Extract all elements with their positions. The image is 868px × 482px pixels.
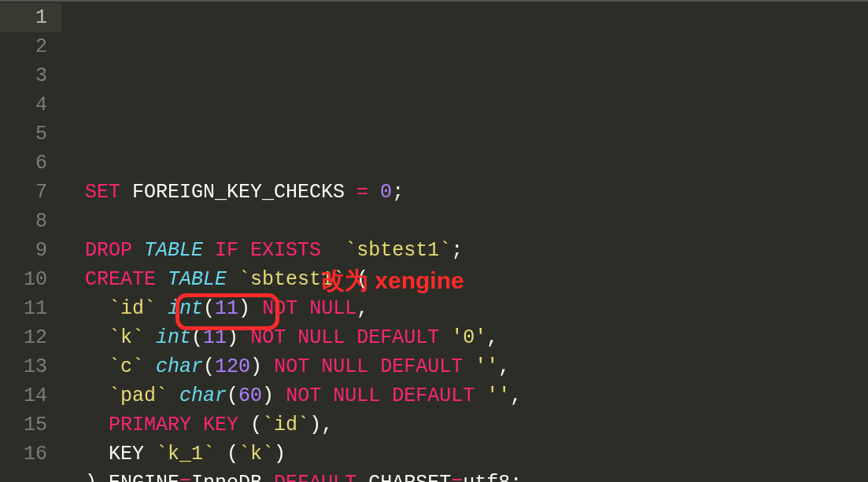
code-token: ( xyxy=(191,326,203,349)
line-number: 14 xyxy=(0,381,61,410)
code-token: `pad` xyxy=(109,384,168,407)
code-editor: 12345678910111213141516 改为 xengine SET F… xyxy=(0,0,868,482)
code-token: , xyxy=(510,384,522,407)
code-token: `id` xyxy=(262,414,309,436)
code-token: `c` xyxy=(109,355,144,378)
code-token: int xyxy=(168,297,203,320)
code-line[interactable]: `k` int(11) NOT NULL DEFAULT '0', xyxy=(85,323,868,352)
line-number: 5 xyxy=(0,120,61,149)
code-token: 11 xyxy=(215,297,238,320)
code-token xyxy=(144,326,156,349)
line-number: 4 xyxy=(0,90,61,120)
code-token: NOT xyxy=(262,297,297,320)
code-token xyxy=(345,326,356,349)
line-number: 12 xyxy=(0,323,61,352)
code-token: CREATE xyxy=(85,268,156,291)
code-token: NULL xyxy=(309,297,356,320)
code-token: ; xyxy=(510,472,522,482)
line-number: 8 xyxy=(0,207,61,236)
code-token xyxy=(203,239,215,262)
code-token: `id` xyxy=(109,297,156,320)
code-token: `k` xyxy=(109,326,144,349)
code-line[interactable]: DROP TABLE IF EXISTS `sbtest1`; xyxy=(85,236,868,265)
code-token: PRIMARY xyxy=(109,414,191,436)
code-token: '0' xyxy=(451,326,486,349)
code-token: ( xyxy=(227,443,238,465)
code-token: int xyxy=(156,326,191,349)
code-line[interactable]: CREATE TABLE `sbtest1` ( xyxy=(85,265,868,294)
code-token: SET xyxy=(85,181,120,204)
code-token xyxy=(168,384,179,407)
code-token xyxy=(144,355,156,378)
code-token: `sbtest1` xyxy=(345,239,451,262)
code-token: NULL xyxy=(297,326,345,349)
code-token: ) xyxy=(85,472,97,482)
code-token: char xyxy=(156,355,203,378)
code-token xyxy=(321,384,333,407)
code-token xyxy=(191,414,203,436)
code-token xyxy=(321,239,345,262)
code-token xyxy=(439,326,451,349)
code-token: NULL xyxy=(333,384,380,407)
code-token: `k_1` xyxy=(156,443,215,465)
code-token: ; xyxy=(451,239,463,262)
code-token: DEFAULT xyxy=(356,326,439,349)
code-token: 120 xyxy=(215,355,250,378)
code-token xyxy=(238,326,250,349)
line-number: 11 xyxy=(0,294,61,323)
code-line[interactable]: ) ENGINE=InnoDB DEFAULT CHARSET=utf8; xyxy=(85,469,868,482)
code-token: NULL xyxy=(321,355,368,378)
code-token xyxy=(132,239,144,262)
code-token: ( xyxy=(227,384,238,407)
code-token xyxy=(85,326,109,349)
code-token xyxy=(345,268,356,291)
code-token: `sbtest1` xyxy=(238,268,345,291)
code-token: , xyxy=(498,355,510,378)
line-number: 2 xyxy=(0,32,61,61)
code-token xyxy=(85,384,109,407)
code-token xyxy=(274,384,286,407)
code-line[interactable]: `id` int(11) NOT NULL, xyxy=(85,294,868,323)
code-token: 60 xyxy=(238,384,262,407)
code-token: = xyxy=(179,472,191,482)
code-token xyxy=(238,414,250,436)
code-token: EXISTS xyxy=(250,239,321,262)
line-number: 9 xyxy=(0,236,61,265)
code-line[interactable]: SET FOREIGN_KEY_CHECKS = 0; xyxy=(85,178,868,207)
line-number: 1 xyxy=(0,3,61,32)
code-token: '' xyxy=(486,384,510,407)
code-token xyxy=(238,239,250,262)
code-token: TABLE xyxy=(144,239,203,262)
code-token: NOT xyxy=(286,384,321,407)
code-token: , xyxy=(356,297,368,320)
code-token: ) xyxy=(238,297,250,320)
code-token: `k` xyxy=(238,443,274,465)
code-token: FOREIGN_KEY_CHECKS xyxy=(120,181,356,204)
code-token: = xyxy=(356,181,368,204)
line-number-gutter: 12345678910111213141516 xyxy=(0,0,61,482)
code-token: NOT xyxy=(250,326,286,349)
code-token xyxy=(463,355,475,378)
code-token: InnoDB xyxy=(191,472,274,482)
code-line[interactable]: KEY `k_1` (`k`) xyxy=(85,440,868,469)
code-token: DEFAULT xyxy=(380,355,463,378)
code-token xyxy=(156,297,168,320)
code-line[interactable] xyxy=(85,207,868,236)
code-token: DROP xyxy=(85,239,132,262)
code-token xyxy=(85,297,109,320)
code-token: = xyxy=(451,472,463,482)
code-token: 0 xyxy=(380,181,392,204)
code-token: ( xyxy=(356,268,368,291)
line-number: 6 xyxy=(0,149,61,178)
code-token xyxy=(85,414,109,436)
code-token: ( xyxy=(250,414,262,436)
code-line[interactable]: `c` char(120) NOT NULL DEFAULT '', xyxy=(85,352,868,381)
code-token xyxy=(250,297,262,320)
code-token xyxy=(215,443,227,465)
code-area[interactable]: 改为 xengine SET FOREIGN_KEY_CHECKS = 0;DR… xyxy=(61,0,868,482)
code-line[interactable]: `pad` char(60) NOT NULL DEFAULT '', xyxy=(85,381,868,410)
code-token: '' xyxy=(475,355,498,378)
code-token xyxy=(368,355,380,378)
code-line[interactable]: PRIMARY KEY (`id`), xyxy=(85,410,868,440)
code-token xyxy=(85,355,109,378)
